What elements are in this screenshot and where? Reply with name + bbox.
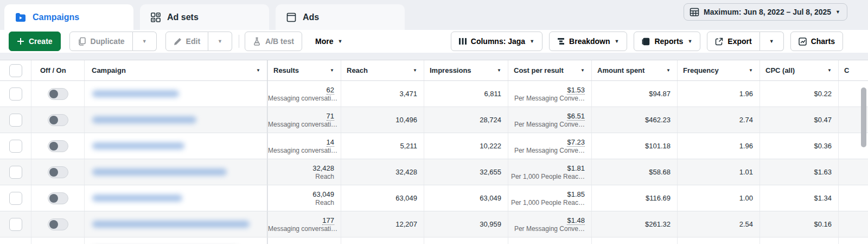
results-value: 63,049 <box>312 190 334 198</box>
header-amount-spent[interactable]: Amount spent ▼ <box>591 60 677 80</box>
row-cpc-cell: $1.34 <box>760 185 838 211</box>
tab-ads[interactable]: Ads <box>276 4 405 30</box>
row-checkbox[interactable] <box>9 218 22 231</box>
campaign-name-link-redacted[interactable] <box>92 195 182 202</box>
chevron-down-icon: ▼ <box>687 39 692 44</box>
impressions-value: 30,959 <box>480 220 501 228</box>
vertical-scrollbar[interactable] <box>861 87 866 147</box>
row-toggle-cell <box>31 159 84 185</box>
row-impressions-cell: 63,049 <box>424 185 508 211</box>
edit-dropdown-button[interactable]: ▼ <box>208 32 232 51</box>
sort-caret-icon[interactable]: ▼ <box>413 68 417 73</box>
breakdown-button[interactable]: Breakdown ▼ <box>549 32 627 51</box>
chevron-down-icon: ▼ <box>142 39 147 44</box>
toolbar-right-group: Columns: Jaga ▼ Breakdown ▼ Reports ▼ <box>451 32 843 51</box>
campaign-name-link-redacted[interactable] <box>92 116 196 123</box>
row-campaign-cell <box>84 159 267 185</box>
duplicate-icon <box>78 37 86 46</box>
amount-spent-value: $462.23 <box>645 116 671 124</box>
header-results[interactable]: Results ▼ <box>267 60 341 80</box>
header-frequency[interactable]: Frequency ▼ <box>677 60 760 80</box>
tab-campaigns-label: Campaigns <box>33 12 79 22</box>
reports-button[interactable]: Reports ▼ <box>634 32 700 51</box>
duplicate-dropdown-button[interactable]: ▼ <box>133 32 157 51</box>
cost-per-result-value: $6.51 <box>567 112 585 121</box>
row-amount-spent-cell: $58.68 <box>591 159 677 185</box>
charts-button[interactable]: Charts <box>790 32 843 51</box>
header-impressions-label: Impressions <box>424 66 471 74</box>
reach-value: 63,049 <box>395 194 417 202</box>
header-frequency-label: Frequency <box>678 66 719 74</box>
sort-caret-icon[interactable]: ▼ <box>256 68 260 73</box>
header-impressions[interactable]: Impressions ▼ <box>424 60 508 80</box>
impressions-value: 32,655 <box>480 168 501 176</box>
row-results-cell: 62 Messaging conversati… <box>267 81 341 107</box>
campaign-name-link-redacted[interactable] <box>92 142 184 149</box>
amount-spent-value: $101.18 <box>645 142 671 150</box>
campaign-name-link-redacted[interactable] <box>92 168 227 176</box>
row-checkbox[interactable] <box>9 140 22 153</box>
tab-ad-sets[interactable]: Ad sets <box>140 4 269 30</box>
campaign-off-on-toggle[interactable] <box>48 140 68 152</box>
sort-caret-icon[interactable]: ▼ <box>330 68 334 73</box>
more-button[interactable]: More ▼ <box>310 32 348 51</box>
row-cost-cell: $1.81 Per 1,000 People Reac… <box>508 159 591 185</box>
sort-caret-icon[interactable]: ▼ <box>497 68 501 73</box>
row-results-cell: 14 Messaging conversati… <box>267 133 341 159</box>
header-cost-per-result[interactable]: Cost per result ▼ <box>508 60 591 80</box>
tab-campaigns[interactable]: Campaigns <box>4 4 133 30</box>
row-checkbox[interactable] <box>9 114 22 127</box>
charts-button-label: Charts <box>811 37 835 46</box>
export-dropdown-button[interactable]: ▼ <box>760 32 784 51</box>
row-checkbox[interactable] <box>9 192 22 205</box>
pencil-icon <box>174 37 182 46</box>
frequency-value: 2.74 <box>739 116 753 124</box>
row-checkbox-cell <box>0 107 31 133</box>
ab-test-button[interactable]: A/B test <box>245 32 302 51</box>
row-checkbox[interactable] <box>9 87 22 101</box>
frequency-value: 1.01 <box>739 168 753 176</box>
sort-caret-icon[interactable]: ▼ <box>827 68 832 73</box>
campaign-off-on-toggle[interactable] <box>48 218 68 230</box>
header-select-all-cell <box>0 60 31 80</box>
export-button[interactable]: Export <box>707 32 760 51</box>
cpc-value: $1.34 <box>814 194 832 202</box>
amount-spent-value: $261.32 <box>645 220 671 228</box>
header-cpc-all[interactable]: CPC (all) ▼ <box>760 60 838 80</box>
duplicate-button[interactable]: Duplicate <box>69 32 133 51</box>
reach-value: 32,428 <box>395 168 417 176</box>
row-cpc-cell: $0.47 <box>760 107 838 133</box>
row-frequency-cell: 1.96 <box>677 133 760 159</box>
date-range-selector[interactable]: Maximum: Jun 8, 2022 – Jul 8, 2025 ▼ <box>684 3 847 21</box>
row-checkbox-cell <box>0 81 31 107</box>
header-reach[interactable]: Reach ▼ <box>341 60 424 80</box>
sort-caret-icon[interactable]: ▼ <box>580 68 585 73</box>
toolbar-table-gap <box>0 53 868 60</box>
cost-per-result-value: $1.85 <box>567 190 585 198</box>
campaign-name-link-redacted[interactable] <box>92 221 250 228</box>
row-frequency-cell: 1.01 <box>677 159 760 185</box>
create-button[interactable]: Create <box>9 32 61 51</box>
table-row: 71 Messaging conversati… 10,496 28,724 $… <box>0 107 868 133</box>
row-cpc-cell <box>760 237 838 244</box>
campaign-off-on-toggle[interactable] <box>48 192 68 204</box>
campaign-off-on-toggle[interactable] <box>48 114 68 126</box>
sort-caret-icon[interactable]: ▼ <box>749 68 753 73</box>
columns-button[interactable]: Columns: Jaga ▼ <box>451 32 542 51</box>
row-checkbox[interactable] <box>9 166 22 179</box>
row-results-cell: 177 Messaging conversati… <box>267 211 341 237</box>
campaign-off-on-toggle[interactable] <box>48 88 68 100</box>
row-reach-cell: 63,049 <box>341 185 424 211</box>
edit-button[interactable]: Edit <box>165 32 208 51</box>
campaign-off-on-toggle[interactable] <box>48 166 68 178</box>
header-campaign[interactable]: Campaign ▼ <box>84 60 267 80</box>
header-off-on: Off / On <box>31 60 84 80</box>
edit-button-label: Edit <box>186 37 200 46</box>
impressions-value: 10,222 <box>480 142 501 150</box>
select-all-checkbox[interactable] <box>9 64 22 77</box>
sort-caret-icon[interactable]: ▼ <box>666 68 671 73</box>
row-impressions-cell: 32,655 <box>424 159 508 185</box>
chevron-down-icon: ▼ <box>218 39 222 44</box>
campaign-name-link-redacted[interactable] <box>92 90 179 97</box>
cost-per-result-sub-label: Per 1,000 People Reac… <box>508 173 591 181</box>
